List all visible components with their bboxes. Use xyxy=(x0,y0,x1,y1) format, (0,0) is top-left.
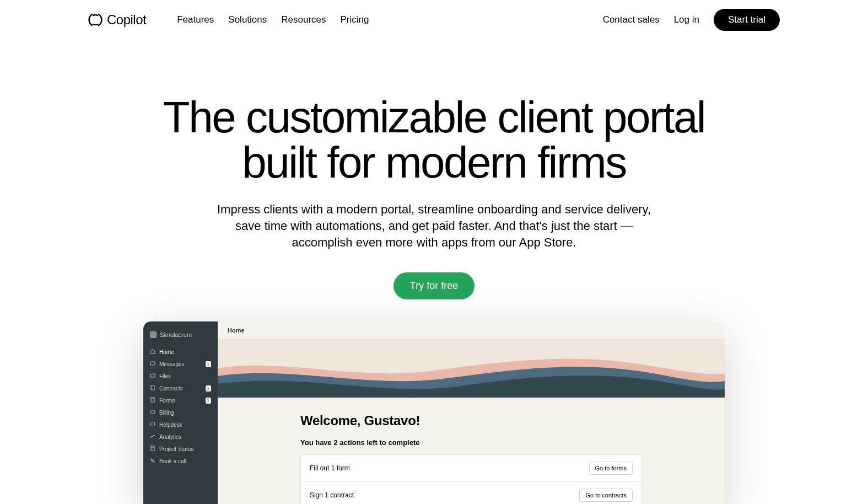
sidebar-item-label: Book a call xyxy=(159,458,186,464)
forms-icon xyxy=(150,397,155,404)
book-a-call-icon xyxy=(150,458,155,464)
sidebar-item-label: Forms xyxy=(159,398,175,404)
sidebar-item-forms[interactable]: Forms1 xyxy=(143,394,218,406)
sidebar-item-label: Billing xyxy=(159,410,174,416)
login-link[interactable]: Log in xyxy=(674,14,699,25)
sidebar-item-label: Messages xyxy=(159,361,185,367)
brand-name: Copilot xyxy=(107,12,146,28)
sidebar-item-label: Project Status xyxy=(159,446,193,452)
billing-icon xyxy=(150,409,155,416)
nav-resources[interactable]: Resources xyxy=(281,14,326,25)
sidebar-item-files[interactable]: Files xyxy=(143,370,218,382)
contact-sales-link[interactable]: Contact sales xyxy=(603,14,660,25)
hero-subtitle: Impress clients with a modern portal, st… xyxy=(208,201,660,250)
action-button[interactable]: Go to contracts xyxy=(579,489,633,502)
mockup-banner xyxy=(218,340,725,398)
sidebar-item-label: Files xyxy=(159,373,171,379)
product-mockup: Simulacrum HomeMessages1FilesContracts1F… xyxy=(143,321,725,504)
svg-rect-0 xyxy=(150,362,155,365)
sidebar-item-label: Helpdesk xyxy=(159,422,182,428)
mockup-breadcrumb: Home xyxy=(218,321,725,340)
action-row: Fill out 1 formGo to forms xyxy=(301,455,641,482)
hero-section: The customizable client portal built for… xyxy=(0,40,868,321)
svg-rect-2 xyxy=(151,398,154,402)
nav-features[interactable]: Features xyxy=(177,14,214,25)
workspace-icon xyxy=(150,331,157,338)
sidebar-item-label: Analytics xyxy=(159,434,181,440)
start-trial-button[interactable]: Start trial xyxy=(714,9,780,31)
action-row: Sign 1 contractGo to contracts xyxy=(301,482,641,504)
project-status-icon xyxy=(150,446,155,452)
actions-card: Fill out 1 formGo to formsSign 1 contrac… xyxy=(300,454,642,504)
nav-links: Features Solutions Resources Pricing xyxy=(177,14,369,25)
welcome-heading: Welcome, Gustavo! xyxy=(300,413,642,428)
mockup-main: Home Welcome, Gustavo! You have 2 action… xyxy=(218,321,725,504)
messages-icon xyxy=(150,361,155,367)
action-button[interactable]: Go to forms xyxy=(589,462,633,475)
svg-point-5 xyxy=(150,422,155,426)
sidebar-item-project-status[interactable]: Project Status xyxy=(143,443,218,455)
sidebar-item-contracts[interactable]: Contracts1 xyxy=(143,382,218,394)
try-free-button[interactable]: Try for free xyxy=(393,272,475,299)
mockup-sidebar: Simulacrum HomeMessages1FilesContracts1F… xyxy=(143,321,218,504)
sidebar-item-messages[interactable]: Messages1 xyxy=(143,358,218,370)
sidebar-item-book-a-call[interactable]: Book a call xyxy=(143,455,218,467)
sidebar-item-analytics[interactable]: Analytics xyxy=(143,431,218,443)
helpdesk-icon xyxy=(150,421,155,428)
nav-solutions[interactable]: Solutions xyxy=(228,14,267,25)
copilot-logo-icon xyxy=(88,13,103,27)
sidebar-item-helpdesk[interactable]: Helpdesk xyxy=(143,419,218,431)
sidebar-item-label: Home xyxy=(159,349,174,355)
sidebar-badge: 1 xyxy=(206,398,211,404)
svg-rect-6 xyxy=(151,446,154,451)
sidebar-item-billing[interactable]: Billing xyxy=(143,406,218,419)
analytics-icon xyxy=(150,433,155,440)
svg-rect-1 xyxy=(151,385,154,390)
top-nav: Copilot Features Solutions Resources Pri… xyxy=(0,0,868,40)
home-icon xyxy=(150,348,155,355)
sidebar-item-label: Contracts xyxy=(159,385,183,392)
hero-title: The customizable client portal built for… xyxy=(159,95,710,185)
actions-heading: You have 2 actions left to complete xyxy=(300,438,642,447)
workspace-selector[interactable]: Simulacrum xyxy=(143,328,218,346)
sidebar-item-home[interactable]: Home xyxy=(143,346,218,358)
sidebar-badge: 1 xyxy=(206,385,211,392)
svg-rect-4 xyxy=(150,411,155,414)
workspace-name: Simulacrum xyxy=(160,331,192,338)
contracts-icon xyxy=(150,385,155,392)
action-text: Fill out 1 form xyxy=(310,464,350,472)
sidebar-badge: 1 xyxy=(206,361,211,367)
nav-pricing[interactable]: Pricing xyxy=(341,14,369,25)
files-icon xyxy=(150,373,155,379)
brand-logo[interactable]: Copilot xyxy=(88,12,146,28)
action-text: Sign 1 contract xyxy=(310,491,354,499)
